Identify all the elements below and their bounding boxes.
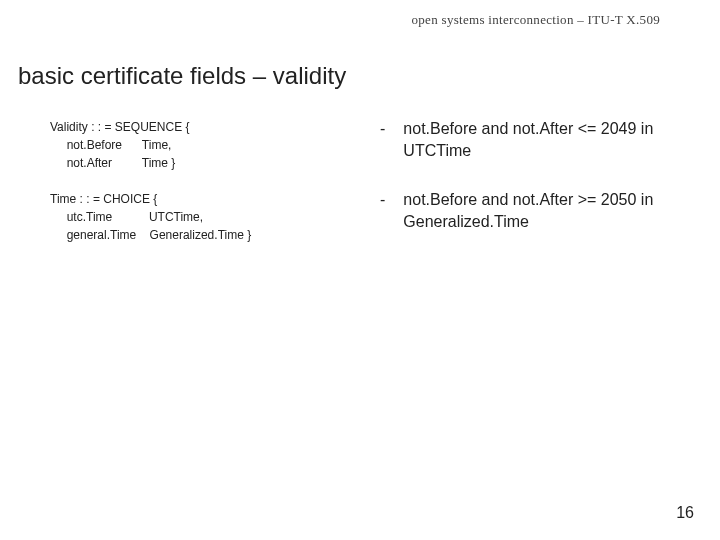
code-line: not.After Time } [50,154,251,172]
bullet-item: - not.Before and not.After >= 2050 in Ge… [380,189,700,232]
time-choice-block: Time : : = CHOICE { utc.Time UTCTime, ge… [50,190,251,244]
validity-sequence-block: Validity : : = SEQUENCE { not.Before Tim… [50,118,251,172]
asn1-code-column: Validity : : = SEQUENCE { not.Before Tim… [50,118,251,262]
slide-header: open systems interconnection – ITU-T X.5… [412,12,660,28]
slide-title: basic certificate fields – validity [18,62,346,90]
code-line: utc.Time UTCTime, [50,208,251,226]
bullet-text: not.Before and not.After >= 2050 in Gene… [403,189,700,232]
bullet-dash-icon: - [380,118,385,161]
bullet-text: not.Before and not.After <= 2049 in UTCT… [403,118,700,161]
bullet-item: - not.Before and not.After <= 2049 in UT… [380,118,700,161]
code-line: Time : : = CHOICE { [50,190,251,208]
code-line: Validity : : = SEQUENCE { [50,118,251,136]
bullets-column: - not.Before and not.After <= 2049 in UT… [380,118,700,260]
code-line: not.Before Time, [50,136,251,154]
page-number: 16 [676,504,694,522]
bullet-dash-icon: - [380,189,385,232]
code-line: general.Time Generalized.Time } [50,226,251,244]
